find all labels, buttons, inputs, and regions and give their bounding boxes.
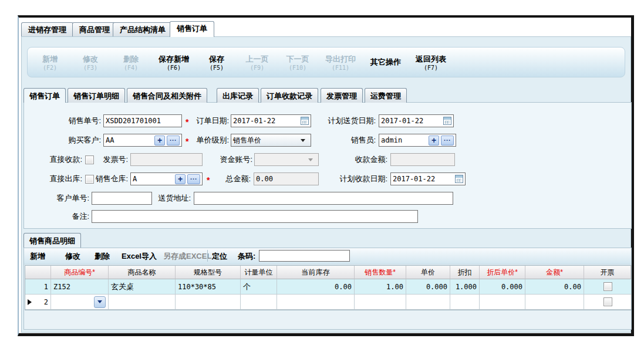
spec-cell[interactable]: 110*30*85	[176, 279, 241, 295]
save-button[interactable]: 保存 (F5)	[204, 54, 230, 71]
direct-outbound-label: 直接出库:	[41, 172, 82, 185]
save-as-excel-button[interactable]: 另存成EXCEL	[163, 248, 211, 264]
save-and-new-button[interactable]: 保存新增 (F6)	[159, 54, 189, 71]
row-number-cell: 2	[25, 295, 51, 310]
column-header-sales-qty[interactable]: 销售数量*	[355, 266, 406, 279]
export-print-button[interactable]: 导出打印 (F11)	[325, 54, 356, 71]
discounted-price-cell[interactable]: 0.000	[480, 279, 525, 295]
qty-cell[interactable]: 1.00	[355, 279, 406, 295]
tab-outbound-records[interactable]: 出库记录	[217, 88, 259, 103]
lookup-salesman-button[interactable]	[441, 136, 454, 145]
fund-account-select	[254, 153, 319, 166]
other-operations-button[interactable]: 其它操作	[370, 57, 401, 67]
sales-no-label: 销售单号:	[48, 114, 101, 127]
column-header-invoiced[interactable]: 开票	[584, 266, 631, 279]
unit-cell[interactable]: 个	[241, 279, 277, 295]
column-header-product-name[interactable]: 商品名称	[109, 266, 176, 279]
warehouse-required-mark: *	[207, 173, 210, 186]
tab-product-management[interactable]: 商品管理	[72, 22, 117, 36]
salesman-input[interactable]: admin	[379, 134, 456, 147]
column-header-current-stock[interactable]: 当前库存	[277, 266, 355, 279]
direct-receipt-checkbox[interactable]	[85, 155, 94, 164]
product-code-cell[interactable]	[51, 295, 109, 310]
chevron-down-icon	[97, 300, 102, 303]
column-header-spec[interactable]: 规格型号	[176, 266, 241, 279]
grid-delete-button[interactable]: 删除	[95, 248, 110, 264]
new-button[interactable]: 新增 (F2)	[37, 54, 63, 71]
remark-input[interactable]	[92, 210, 418, 223]
grid-add-button[interactable]: 新增	[30, 248, 45, 264]
column-header-discounted-price[interactable]: 折后单价*	[480, 266, 525, 279]
add-customer-button[interactable]	[154, 136, 165, 145]
column-header-amount[interactable]: 金额*	[525, 266, 584, 279]
product-grid: 商品编号* 商品名称 规格型号 计量单位 当前库存 销售数量* 单价 折扣 折后…	[25, 265, 632, 310]
stock-cell[interactable]	[277, 295, 355, 310]
tab-freight-management[interactable]: 运费管理	[365, 88, 407, 103]
column-header-rowno[interactable]	[25, 266, 51, 279]
order-date-input[interactable]: 2017-01-22	[231, 114, 311, 127]
customer-order-no-input[interactable]	[92, 192, 152, 205]
table-row[interactable]: 1 Z152 玄关桌 110*30*85 个 0.00 1.00 0.000 1…	[25, 279, 631, 295]
application-window: 进销存管理 商品管理 产品结构清单 销售订单 新增 (F2) 修改 (F3) 删…	[0, 0, 644, 352]
discount-cell[interactable]: 1.000	[450, 279, 480, 295]
direct-receipt-label: 直接收款:	[41, 153, 82, 166]
calendar-icon[interactable]	[443, 117, 451, 125]
delivery-address-input[interactable]	[194, 192, 453, 205]
tab-sales-order[interactable]: 销售订单	[170, 21, 214, 37]
column-header-unit[interactable]: 计量单位	[241, 266, 277, 279]
product-code-dropdown-button[interactable]	[94, 296, 106, 308]
tab-invoice-management[interactable]: 发票管理	[321, 88, 363, 103]
product-name-cell[interactable]	[109, 295, 176, 310]
price-level-select[interactable]: 销售单价	[231, 134, 311, 147]
calendar-icon[interactable]	[455, 175, 463, 183]
excel-import-button[interactable]: Excel导入	[122, 248, 157, 264]
spec-cell[interactable]	[176, 295, 241, 310]
price-cell[interactable]: 0.000	[406, 279, 450, 295]
previous-page-button[interactable]: 上一页 (F9)	[244, 54, 270, 71]
amount-cell[interactable]	[525, 295, 584, 310]
warehouse-input[interactable]: A	[130, 172, 203, 185]
table-row[interactable]: 2	[25, 295, 631, 310]
return-to-list-button[interactable]: 返回列表 (F7)	[416, 54, 446, 71]
tab-sales-order-form[interactable]: 销售订单	[23, 88, 66, 103]
tab-order-receipt-records[interactable]: 订单收款记录	[261, 88, 318, 103]
tab-product-structure-list[interactable]: 产品结构清单	[113, 22, 173, 36]
invoice-checkbox[interactable]	[603, 297, 612, 306]
modify-button[interactable]: 修改 (F3)	[77, 54, 103, 71]
stock-cell[interactable]: 0.00	[277, 279, 355, 295]
invoiced-cell	[584, 279, 631, 295]
qty-cell[interactable]	[355, 295, 406, 310]
product-code-cell[interactable]: Z152	[51, 279, 109, 295]
plan-delivery-date-input[interactable]: 2017-01-22	[379, 114, 454, 127]
grid-edit-button[interactable]: 修改	[65, 248, 80, 264]
discount-cell[interactable]	[450, 295, 480, 310]
unit-cell[interactable]	[241, 295, 277, 310]
next-page-button[interactable]: 下一页 (F10)	[285, 54, 311, 71]
chevron-down-icon	[301, 139, 305, 142]
amount-cell[interactable]: 0.00	[525, 279, 584, 295]
delete-button[interactable]: 删除 (F4)	[118, 54, 144, 71]
invoiced-cell	[584, 295, 631, 310]
plan-receipt-date-input[interactable]: 2017-01-22	[390, 172, 466, 185]
sales-no-input[interactable]: XSDD201701001	[103, 114, 182, 127]
product-name-cell[interactable]: 玄关桌	[109, 279, 176, 295]
column-header-unit-price[interactable]: 单价	[406, 266, 450, 279]
discounted-price-cell[interactable]	[480, 295, 525, 310]
customer-input[interactable]: AA	[103, 134, 182, 147]
locate-button[interactable]: 定位	[212, 248, 227, 264]
calendar-icon[interactable]	[301, 117, 309, 125]
invoice-checkbox[interactable]	[603, 282, 612, 291]
tab-sales-product-detail[interactable]: 销售商品明细	[23, 233, 81, 248]
lookup-customer-button[interactable]	[167, 136, 180, 145]
add-salesman-button[interactable]	[429, 136, 439, 145]
lookup-warehouse-button[interactable]	[187, 174, 200, 184]
plan-delivery-date-label: 计划送货日期:	[322, 114, 376, 127]
tab-inventory-management[interactable]: 进销存管理	[21, 22, 73, 36]
column-header-product-code[interactable]: 商品编号*	[51, 266, 109, 279]
column-header-discount[interactable]: 折扣	[450, 266, 480, 279]
add-warehouse-button[interactable]	[175, 174, 186, 184]
barcode-input[interactable]	[259, 250, 350, 262]
price-cell[interactable]	[406, 295, 450, 310]
tab-sales-contract-attachments[interactable]: 销售合同及相关附件	[127, 88, 207, 103]
tab-sales-order-detail[interactable]: 销售订单明细	[68, 88, 125, 103]
